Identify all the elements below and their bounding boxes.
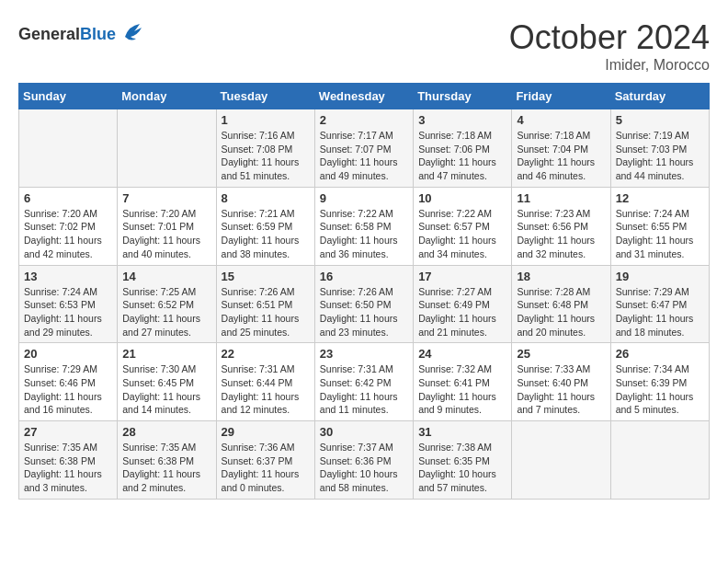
day-number: 4 bbox=[517, 113, 605, 127]
day-number: 18 bbox=[517, 270, 605, 283]
calendar-cell: 5Sunrise: 7:19 AM Sunset: 7:03 PM Daylig… bbox=[610, 109, 709, 188]
day-number: 27 bbox=[24, 425, 112, 439]
day-info: Sunrise: 7:19 AM Sunset: 7:03 PM Dayligh… bbox=[616, 129, 704, 183]
day-info: Sunrise: 7:21 AM Sunset: 6:59 PM Dayligh… bbox=[222, 207, 310, 261]
calendar-cell: 6Sunrise: 7:20 AM Sunset: 7:02 PM Daylig… bbox=[19, 187, 118, 265]
weekday-header-saturday: Saturday bbox=[610, 84, 709, 109]
day-info: Sunrise: 7:18 AM Sunset: 7:06 PM Dayligh… bbox=[418, 129, 506, 183]
day-number: 6 bbox=[24, 191, 112, 205]
calendar-cell bbox=[512, 421, 610, 500]
day-number: 31 bbox=[418, 425, 506, 439]
day-info: Sunrise: 7:23 AM Sunset: 6:56 PM Dayligh… bbox=[517, 207, 605, 261]
calendar-week-row: 20Sunrise: 7:29 AM Sunset: 6:46 PM Dayli… bbox=[19, 343, 710, 421]
calendar-cell bbox=[118, 109, 216, 188]
calendar-cell: 26Sunrise: 7:34 AM Sunset: 6:39 PM Dayli… bbox=[610, 343, 709, 421]
calendar-cell: 9Sunrise: 7:22 AM Sunset: 6:58 PM Daylig… bbox=[314, 187, 413, 265]
location-title: Imider, Morocco bbox=[509, 57, 710, 74]
day-info: Sunrise: 7:22 AM Sunset: 6:58 PM Dayligh… bbox=[320, 207, 408, 261]
day-info: Sunrise: 7:31 AM Sunset: 6:42 PM Dayligh… bbox=[320, 362, 408, 417]
day-number: 22 bbox=[222, 347, 310, 361]
day-number: 1 bbox=[222, 113, 310, 127]
page-header: GeneralBlue October 2024 Imider, Morocco bbox=[18, 18, 710, 74]
day-number: 15 bbox=[222, 270, 310, 283]
logo: GeneralBlue bbox=[18, 18, 145, 50]
day-info: Sunrise: 7:32 AM Sunset: 6:41 PM Dayligh… bbox=[418, 362, 506, 417]
calendar-cell: 25Sunrise: 7:33 AM Sunset: 6:40 PM Dayli… bbox=[512, 343, 610, 421]
calendar-cell: 23Sunrise: 7:31 AM Sunset: 6:42 PM Dayli… bbox=[314, 343, 413, 421]
weekday-header-tuesday: Tuesday bbox=[216, 84, 314, 109]
day-number: 19 bbox=[616, 270, 704, 283]
day-number: 26 bbox=[616, 347, 704, 361]
calendar-cell: 20Sunrise: 7:29 AM Sunset: 6:46 PM Dayli… bbox=[19, 343, 118, 421]
calendar-cell: 30Sunrise: 7:37 AM Sunset: 6:36 PM Dayli… bbox=[314, 421, 413, 500]
day-info: Sunrise: 7:33 AM Sunset: 6:40 PM Dayligh… bbox=[517, 362, 605, 417]
calendar-cell: 28Sunrise: 7:35 AM Sunset: 6:38 PM Dayli… bbox=[118, 421, 216, 500]
day-info: Sunrise: 7:24 AM Sunset: 6:53 PM Dayligh… bbox=[24, 285, 112, 339]
calendar-week-row: 27Sunrise: 7:35 AM Sunset: 6:38 PM Dayli… bbox=[19, 421, 710, 500]
day-info: Sunrise: 7:29 AM Sunset: 6:47 PM Dayligh… bbox=[616, 285, 704, 339]
day-info: Sunrise: 7:20 AM Sunset: 7:02 PM Dayligh… bbox=[24, 207, 112, 261]
calendar-cell: 13Sunrise: 7:24 AM Sunset: 6:53 PM Dayli… bbox=[19, 265, 118, 343]
calendar-week-row: 1Sunrise: 7:16 AM Sunset: 7:08 PM Daylig… bbox=[19, 109, 710, 188]
day-info: Sunrise: 7:31 AM Sunset: 6:44 PM Dayligh… bbox=[222, 362, 310, 417]
calendar-cell: 18Sunrise: 7:28 AM Sunset: 6:48 PM Dayli… bbox=[512, 265, 610, 343]
day-info: Sunrise: 7:27 AM Sunset: 6:49 PM Dayligh… bbox=[418, 285, 506, 339]
day-number: 9 bbox=[320, 191, 408, 205]
calendar-cell: 8Sunrise: 7:21 AM Sunset: 6:59 PM Daylig… bbox=[216, 187, 314, 265]
day-number: 17 bbox=[418, 270, 506, 283]
month-title: October 2024 bbox=[509, 18, 710, 57]
logo-blue: Blue bbox=[80, 25, 116, 43]
day-number: 29 bbox=[222, 425, 310, 439]
day-info: Sunrise: 7:22 AM Sunset: 6:57 PM Dayligh… bbox=[418, 207, 506, 261]
day-number: 16 bbox=[320, 270, 408, 283]
day-info: Sunrise: 7:26 AM Sunset: 6:50 PM Dayligh… bbox=[320, 285, 408, 339]
day-number: 21 bbox=[122, 347, 210, 361]
day-info: Sunrise: 7:35 AM Sunset: 6:38 PM Dayligh… bbox=[24, 441, 112, 495]
day-info: Sunrise: 7:17 AM Sunset: 7:07 PM Dayligh… bbox=[320, 129, 408, 183]
weekday-header-sunday: Sunday bbox=[19, 84, 118, 109]
calendar-cell: 17Sunrise: 7:27 AM Sunset: 6:49 PM Dayli… bbox=[414, 265, 512, 343]
weekday-header-friday: Friday bbox=[512, 84, 610, 109]
day-number: 7 bbox=[122, 191, 210, 205]
calendar-cell: 16Sunrise: 7:26 AM Sunset: 6:50 PM Dayli… bbox=[314, 265, 413, 343]
day-number: 5 bbox=[616, 113, 704, 127]
calendar-cell: 12Sunrise: 7:24 AM Sunset: 6:55 PM Dayli… bbox=[610, 187, 709, 265]
weekday-header-thursday: Thursday bbox=[414, 84, 512, 109]
calendar-cell: 24Sunrise: 7:32 AM Sunset: 6:41 PM Dayli… bbox=[414, 343, 512, 421]
calendar-cell: 1Sunrise: 7:16 AM Sunset: 7:08 PM Daylig… bbox=[216, 109, 314, 188]
day-number: 2 bbox=[320, 113, 408, 127]
day-info: Sunrise: 7:20 AM Sunset: 7:01 PM Dayligh… bbox=[122, 207, 210, 261]
day-info: Sunrise: 7:24 AM Sunset: 6:55 PM Dayligh… bbox=[616, 207, 704, 261]
calendar-cell: 19Sunrise: 7:29 AM Sunset: 6:47 PM Dayli… bbox=[610, 265, 709, 343]
month-title-block: October 2024 Imider, Morocco bbox=[509, 18, 710, 74]
day-info: Sunrise: 7:38 AM Sunset: 6:35 PM Dayligh… bbox=[418, 441, 506, 495]
calendar-cell: 22Sunrise: 7:31 AM Sunset: 6:44 PM Dayli… bbox=[216, 343, 314, 421]
day-info: Sunrise: 7:26 AM Sunset: 6:51 PM Dayligh… bbox=[222, 285, 310, 339]
calendar-cell: 4Sunrise: 7:18 AM Sunset: 7:04 PM Daylig… bbox=[512, 109, 610, 188]
weekday-header-wednesday: Wednesday bbox=[314, 84, 413, 109]
calendar-cell bbox=[19, 109, 118, 188]
calendar-cell: 11Sunrise: 7:23 AM Sunset: 6:56 PM Dayli… bbox=[512, 187, 610, 265]
day-info: Sunrise: 7:28 AM Sunset: 6:48 PM Dayligh… bbox=[517, 285, 605, 339]
day-number: 20 bbox=[24, 347, 112, 361]
day-number: 11 bbox=[517, 191, 605, 205]
day-number: 28 bbox=[122, 425, 210, 439]
day-info: Sunrise: 7:18 AM Sunset: 7:04 PM Dayligh… bbox=[517, 129, 605, 183]
calendar-cell: 31Sunrise: 7:38 AM Sunset: 6:35 PM Dayli… bbox=[414, 421, 512, 500]
day-info: Sunrise: 7:25 AM Sunset: 6:52 PM Dayligh… bbox=[122, 285, 210, 339]
day-info: Sunrise: 7:30 AM Sunset: 6:45 PM Dayligh… bbox=[122, 362, 210, 417]
day-number: 25 bbox=[517, 347, 605, 361]
day-number: 3 bbox=[418, 113, 506, 127]
day-info: Sunrise: 7:34 AM Sunset: 6:39 PM Dayligh… bbox=[616, 362, 704, 417]
day-info: Sunrise: 7:16 AM Sunset: 7:08 PM Dayligh… bbox=[222, 129, 310, 183]
calendar-cell: 7Sunrise: 7:20 AM Sunset: 7:01 PM Daylig… bbox=[118, 187, 216, 265]
day-number: 30 bbox=[320, 425, 408, 439]
calendar-table: SundayMondayTuesdayWednesdayThursdayFrid… bbox=[18, 83, 710, 500]
calendar-cell: 21Sunrise: 7:30 AM Sunset: 6:45 PM Dayli… bbox=[118, 343, 216, 421]
day-number: 14 bbox=[122, 270, 210, 283]
logo-general: General bbox=[18, 25, 80, 43]
day-info: Sunrise: 7:37 AM Sunset: 6:36 PM Dayligh… bbox=[320, 441, 408, 495]
weekday-header-row: SundayMondayTuesdayWednesdayThursdayFrid… bbox=[19, 84, 710, 109]
day-info: Sunrise: 7:35 AM Sunset: 6:38 PM Dayligh… bbox=[122, 441, 210, 495]
calendar-cell: 2Sunrise: 7:17 AM Sunset: 7:07 PM Daylig… bbox=[314, 109, 413, 188]
